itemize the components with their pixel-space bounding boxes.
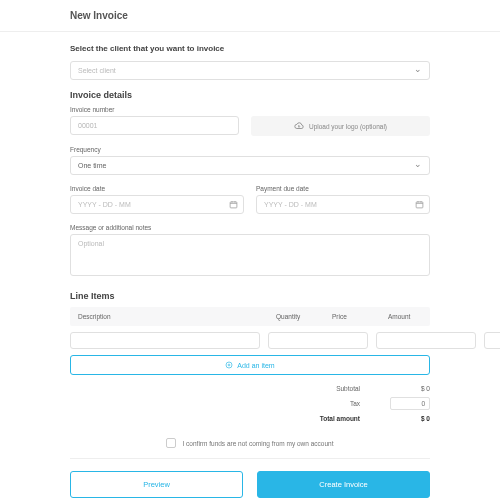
client-select-input[interactable] [70,61,430,80]
upload-logo-label: Upload your logo (optional) [309,123,387,130]
totals: Subtotal $ 0 Tax Total amount $ 0 [70,385,430,422]
col-description: Description [78,313,268,320]
frequency-label: Frequency [70,146,430,153]
line-items-title: Line Items [70,291,430,301]
svg-rect-1 [416,201,423,207]
col-quantity: Quantity [276,313,324,320]
payment-due-label: Payment due date [256,185,430,192]
add-item-label: Add an item [237,362,274,369]
calendar-icon [229,200,238,210]
page-title: New Invoice [70,10,430,21]
notes-textarea[interactable] [70,234,430,276]
invoice-number-label: Invoice number [70,106,430,113]
details-section-title: Invoice details [70,90,430,100]
tax-label: Tax [350,400,360,407]
subtotal-value: $ 0 [390,385,430,392]
total-label: Total amount [320,415,360,422]
client-select[interactable] [70,61,430,80]
col-price: Price [332,313,380,320]
confirm-checkbox[interactable] [166,438,176,448]
confirm-label: I confirm funds are not coming from my o… [182,440,333,447]
page-header: New Invoice [0,0,500,32]
invoice-date-label: Invoice date [70,185,244,192]
calendar-icon [415,200,424,210]
line-item-price-input[interactable] [376,332,476,349]
col-amount: Amount [388,313,422,320]
preview-button[interactable]: Preview [70,471,243,498]
line-item-row [70,332,430,349]
add-item-button[interactable]: Add an item [70,355,430,375]
client-section-title: Select the client that you want to invoi… [70,44,430,53]
confirm-row: I confirm funds are not coming from my o… [70,438,430,448]
svg-rect-0 [230,201,237,207]
frequency-select[interactable] [70,156,430,175]
line-items-header: Description Quantity Price Amount [70,307,430,326]
line-item-description-input[interactable] [70,332,260,349]
payment-due-input[interactable] [256,195,430,214]
plus-circle-icon [225,361,233,369]
notes-label: Message or additional notes [70,224,430,231]
line-item-amount-input[interactable] [484,332,500,349]
create-invoice-button[interactable]: Create Invoice [257,471,430,498]
tax-input[interactable] [390,397,430,410]
line-item-quantity-input[interactable] [268,332,368,349]
subtotal-label: Subtotal [336,385,360,392]
invoice-number-input[interactable] [70,116,239,135]
total-value: $ 0 [390,415,430,422]
upload-logo-button[interactable]: Upload your logo (optional) [251,116,430,136]
frequency-value[interactable] [70,156,430,175]
invoice-date-input[interactable] [70,195,244,214]
divider [70,458,430,459]
cloud-upload-icon [294,121,304,131]
